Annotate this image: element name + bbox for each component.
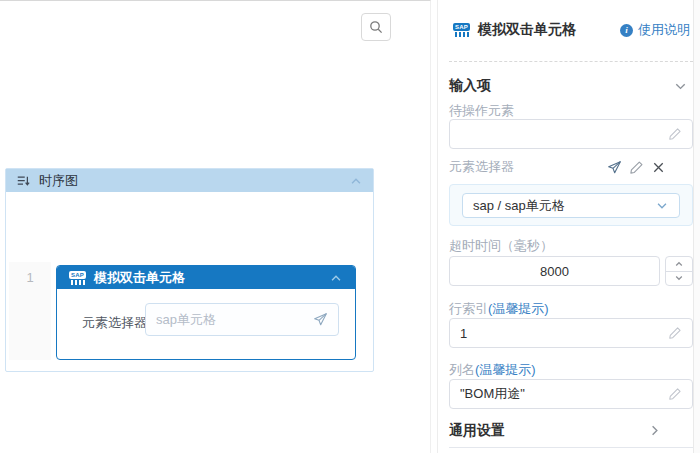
selector-dropdown[interactable]: sap / sap单元格 bbox=[462, 193, 680, 218]
selector-toolbar bbox=[607, 160, 666, 175]
section-general-settings[interactable]: 通用设置 bbox=[449, 421, 692, 441]
section-inputs-title: 输入项 bbox=[449, 77, 491, 95]
dashed-divider bbox=[449, 61, 693, 62]
row-index-label: 行索引(温馨提示) bbox=[449, 300, 549, 318]
target-element-field[interactable] bbox=[449, 119, 693, 149]
column-name-label: 列名(温馨提示) bbox=[449, 361, 536, 379]
search-button[interactable] bbox=[361, 13, 391, 41]
row-gutter: 1 bbox=[9, 262, 51, 360]
selector-container: sap / sap单元格 bbox=[449, 184, 693, 226]
sequence-icon bbox=[16, 174, 30, 188]
pick-element-icon[interactable] bbox=[607, 160, 622, 175]
selector-field[interactable] bbox=[145, 303, 339, 336]
section-divider bbox=[449, 447, 693, 448]
row-index-label-text: 行索引 bbox=[449, 301, 488, 316]
collapse-up-icon[interactable] bbox=[329, 271, 343, 285]
target-element-input[interactable] bbox=[460, 127, 668, 142]
panel-title: 模拟双击单元格 bbox=[478, 21, 576, 39]
selector-field-label: 元素选择器 bbox=[82, 314, 147, 332]
flow-canvas: 时序图 1 SAP 模拟双击单元 bbox=[0, 0, 431, 453]
properties-panel: SAP 模拟双击单元格 i 使用说明 输入项 待操作元素 bbox=[437, 0, 700, 453]
collapse-up-icon[interactable] bbox=[349, 174, 363, 188]
activity-card-title: 模拟双击单元格 bbox=[94, 269, 185, 287]
column-name-hint: (温馨提示) bbox=[475, 362, 536, 377]
edit-expression-icon[interactable] bbox=[668, 326, 682, 340]
app-root: 时序图 1 SAP 模拟双击单元 bbox=[0, 0, 700, 453]
sap-activity-icon: SAP bbox=[453, 23, 470, 37]
timeout-input[interactable] bbox=[460, 264, 649, 279]
sequence-block-body: 1 SAP 模拟双击单元格 bbox=[6, 192, 373, 371]
timeout-label: 超时时间（毫秒） bbox=[449, 237, 553, 255]
help-label: 使用说明 bbox=[638, 21, 690, 39]
selector-dropdown-value: sap / sap单元格 bbox=[473, 197, 565, 215]
edit-expression-icon[interactable] bbox=[668, 127, 682, 141]
selector-label: 元素选择器 bbox=[449, 158, 514, 176]
chevron-right-icon[interactable] bbox=[647, 423, 662, 438]
info-icon: i bbox=[620, 24, 633, 37]
chevron-down-icon bbox=[655, 199, 669, 213]
sequence-block-title: 时序图 bbox=[39, 172, 78, 190]
row-index-input[interactable] bbox=[460, 326, 668, 341]
target-element-label: 待操作元素 bbox=[449, 102, 514, 120]
panel-scrollbar[interactable] bbox=[693, 0, 700, 453]
stepper-up-button[interactable] bbox=[666, 257, 692, 272]
edit-expression-icon[interactable] bbox=[668, 387, 682, 401]
help-link[interactable]: i 使用说明 bbox=[620, 21, 690, 39]
sequence-block: 时序图 1 SAP 模拟双击单元 bbox=[5, 168, 374, 372]
timeout-field[interactable] bbox=[449, 256, 660, 286]
activity-card[interactable]: SAP 模拟双击单元格 元素选择器 bbox=[56, 265, 356, 360]
panel-header: SAP 模拟双击单元格 i 使用说明 bbox=[453, 20, 690, 40]
clear-selector-icon[interactable] bbox=[651, 160, 666, 175]
timeout-stepper bbox=[665, 256, 693, 286]
chevron-down-icon[interactable] bbox=[673, 79, 688, 94]
column-name-input[interactable] bbox=[460, 387, 668, 402]
row-number: 1 bbox=[26, 270, 33, 285]
search-icon bbox=[368, 19, 384, 35]
selector-field-input[interactable] bbox=[156, 312, 313, 327]
section-inputs[interactable]: 输入项 bbox=[449, 76, 692, 96]
pick-element-icon[interactable] bbox=[313, 312, 328, 327]
sequence-block-header[interactable]: 时序图 bbox=[6, 169, 373, 192]
row-index-hint: (温馨提示) bbox=[488, 301, 549, 316]
stepper-down-button[interactable] bbox=[666, 272, 692, 286]
row-index-field[interactable] bbox=[449, 318, 693, 348]
section-general-title: 通用设置 bbox=[449, 422, 505, 440]
activity-card-body: 元素选择器 bbox=[57, 289, 355, 359]
column-name-label-text: 列名 bbox=[449, 362, 475, 377]
edit-selector-icon[interactable] bbox=[629, 160, 644, 175]
sap-activity-icon: SAP bbox=[69, 271, 86, 285]
activity-card-header[interactable]: SAP 模拟双击单元格 bbox=[57, 266, 355, 289]
column-name-field[interactable] bbox=[449, 379, 693, 409]
